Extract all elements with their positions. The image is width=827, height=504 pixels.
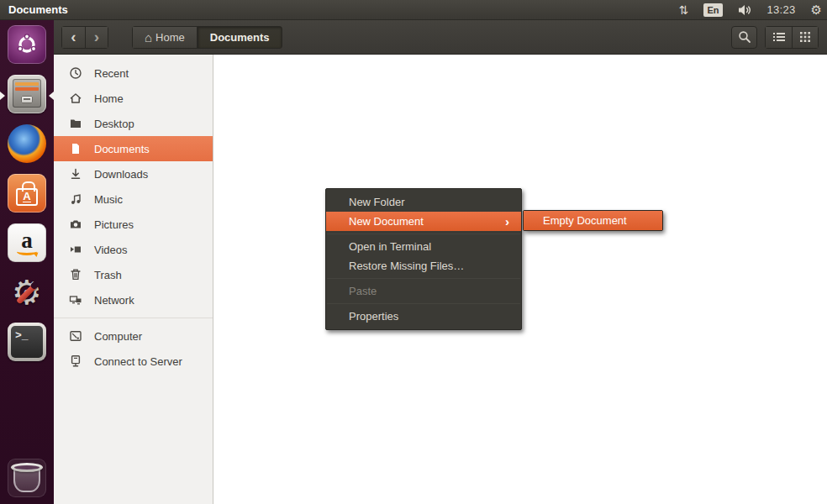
menu-item-label: Paste [349,281,509,301]
sidebar-item-videos[interactable]: Videos [54,237,213,262]
context-menu: New Folder New Document › Open in Termin… [325,188,522,330]
sidebar-item-label: Home [94,92,124,105]
terminal-icon[interactable]: >_ [8,323,46,361]
menu-separator [327,303,520,304]
system-settings-icon[interactable]: ⚙ [8,273,46,312]
breadcrumb-documents[interactable]: Documents [198,26,282,49]
sidebar-item-documents[interactable]: Documents [54,136,213,161]
terminal-prompt: >_ [15,329,29,342]
menu-item-label: Restore Missing Files… [349,256,509,276]
list-view-button[interactable] [765,26,792,49]
drive-icon [69,329,82,343]
sidebar-item-network[interactable]: Network [54,287,213,312]
sidebar-item-connect-to-server[interactable]: Connect to Server [54,349,213,374]
window-title: Documents [8,3,68,16]
sound-indicator[interactable] [738,4,752,16]
back-button[interactable]: ‹ [61,26,85,49]
menu-item-label: New Document [349,212,505,231]
music-note-icon [69,192,82,206]
sidebar-item-home[interactable]: Home [54,86,213,111]
shopping-bag-icon: A [16,188,38,206]
speaker-icon [738,4,752,16]
amazon-smile-icon [17,248,37,255]
running-pip-icon [0,92,5,100]
menu-item-open-in-terminal[interactable]: Open in Terminal [326,237,521,256]
grid-view-button[interactable] [792,26,819,49]
breadcrumb-home[interactable]: ⌂ Home [132,26,198,49]
nautilus-toolbar: ‹ › ⌂ Home Documents [54,20,827,55]
network-icon [69,293,82,307]
menu-item-restore-missing-files[interactable]: Restore Missing Files… [326,256,521,276]
camera-icon [69,218,82,231]
firefox-icon[interactable] [8,124,46,163]
software-center-icon[interactable]: A [8,174,46,213]
sidebar-item-label: Trash [94,269,122,281]
sidebar-item-downloads[interactable]: Downloads [54,161,213,186]
menu-item-label: New Folder [349,192,509,212]
menu-item-empty-document[interactable]: Empty Document [524,211,662,230]
download-icon [69,167,82,181]
sidebar-item-trash[interactable]: Trash [54,262,213,287]
sidebar-item-label: Computer [94,330,142,343]
circle-of-friends-icon [15,33,39,56]
menu-item-label: Empty Document [543,211,654,230]
software-letter: A [23,191,30,202]
sidebar-item-label: Documents [94,143,150,155]
document-icon [69,142,82,155]
trash-can-icon [69,268,82,281]
time-label: 13:23 [767,3,796,16]
keyboard-layout-badge: En [703,3,722,17]
sidebar-item-desktop[interactable]: Desktop [54,111,213,136]
clock-indicator[interactable]: 13:23 [767,3,796,16]
breadcrumb-documents-label: Documents [210,31,270,44]
files-icon[interactable] [8,75,46,113]
video-icon [69,243,82,256]
terminal-screen-icon: >_ [11,326,43,358]
trash-icon[interactable] [8,459,46,497]
search-icon [738,30,751,44]
chevron-right-icon: › [94,29,99,45]
view-toggle-group [765,26,819,49]
home-icon: ⌂ [145,30,152,45]
unity-launcher: A a ⚙ >_ [0,20,54,504]
menu-item-new-folder[interactable]: New Folder [326,192,521,212]
forward-button[interactable]: › [85,26,108,49]
breadcrumb-home-label: Home [155,31,185,44]
clock-icon [69,66,82,80]
breadcrumb: ⌂ Home Documents [132,26,282,49]
amazon-icon[interactable]: a [8,223,46,262]
session-indicator[interactable]: ⚙ [811,3,822,16]
network-indicator[interactable]: ⇅ [679,4,689,16]
updown-arrows-icon: ⇅ [679,4,689,16]
sidebar-separator [54,318,213,318]
places-sidebar: Recent Home Desktop Documents Downloads … [54,55,213,504]
sidebar-item-label: Recent [94,67,129,80]
keyboard-indicator[interactable]: En [703,3,722,17]
sidebar-item-label: Downloads [94,168,148,181]
sidebar-item-music[interactable]: Music [54,186,213,212]
list-view-icon [772,31,786,43]
sidebar-item-recent[interactable]: Recent [54,60,213,86]
sidebar-item-label: Videos [94,244,128,256]
focused-arrow-icon [49,92,54,100]
sidebar-item-label: Pictures [94,218,134,231]
sidebar-item-label: Music [94,193,123,206]
search-button[interactable] [731,26,757,49]
home-icon [69,92,82,105]
menu-separator [327,278,520,279]
sidebar-item-label: Network [94,294,134,307]
ubuntu-dash-icon[interactable] [8,25,46,64]
sidebar-item-pictures[interactable]: Pictures [54,212,213,237]
menu-item-new-document[interactable]: New Document › [326,212,521,231]
grid-view-icon [799,31,811,43]
menu-separator [327,234,520,234]
menu-item-paste: Paste [326,281,521,301]
server-icon [69,354,82,368]
sidebar-item-computer[interactable]: Computer [54,323,213,349]
sidebar-item-label: Connect to Server [94,355,182,368]
menu-item-properties[interactable]: Properties [326,307,521,326]
nav-button-group: ‹ › [61,26,108,49]
menu-item-label: Open in Terminal [349,237,509,256]
new-document-submenu: Empty Document [523,210,663,231]
folder-icon [69,117,82,130]
